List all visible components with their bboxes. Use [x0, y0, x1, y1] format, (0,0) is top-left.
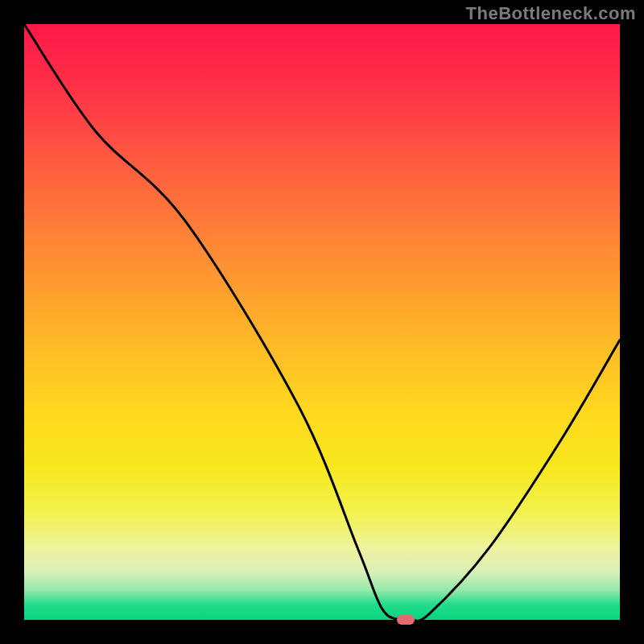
watermark-text: TheBottleneck.com [466, 3, 636, 24]
bottleneck-curve-path [24, 24, 620, 620]
chart-frame: TheBottleneck.com [0, 0, 644, 644]
curve-svg [24, 24, 620, 620]
plot-area [24, 24, 620, 620]
optimal-point-marker [397, 615, 415, 625]
